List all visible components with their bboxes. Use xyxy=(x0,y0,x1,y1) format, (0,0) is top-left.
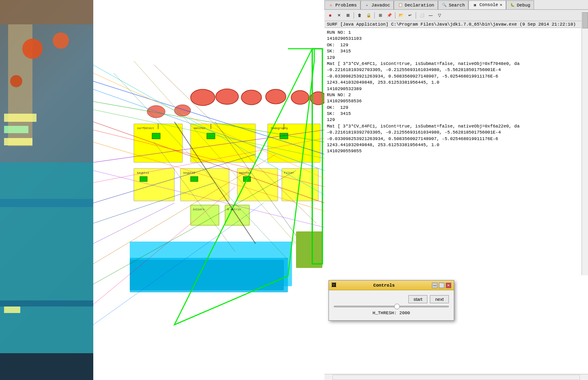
controls-action-buttons: start next xyxy=(334,295,449,303)
svg-rect-2 xyxy=(0,0,93,24)
view-menu-button[interactable]: ▽ xyxy=(436,11,444,19)
remove-all-button[interactable]: ⊠ xyxy=(344,11,352,19)
graph-svg: surfDetect matcher homography keypts1 ke… xyxy=(93,0,324,380)
clear-console-button[interactable]: 🗑 xyxy=(356,11,364,19)
pin-console-button[interactable]: 📌 xyxy=(385,11,393,19)
tab-debug-label: Debug xyxy=(517,3,530,8)
console-line: 1243.441032049848, 253.61253381956445, 1… xyxy=(327,80,586,86)
svg-point-36 xyxy=(241,90,262,105)
svg-rect-17 xyxy=(130,260,284,290)
tab-console[interactable]: ▣ Console ✕ xyxy=(468,0,506,9)
console-line: -0.22161819392703305, -0.212556931610349… xyxy=(327,67,586,73)
console-line: OK: 129 xyxy=(327,42,586,48)
scroll-thumb[interactable] xyxy=(582,12,588,28)
console-title: SURF [Java Application] C:\Program Files… xyxy=(327,22,576,27)
slider-row xyxy=(334,306,449,307)
svg-rect-29 xyxy=(207,133,215,139)
svg-rect-9 xyxy=(4,114,36,122)
console-line: SK: 3415 xyxy=(327,111,586,117)
console-line: 1410290558536 xyxy=(327,98,586,104)
next-button[interactable]: next xyxy=(430,295,449,303)
separator-2 xyxy=(374,12,375,19)
threshold-slider-thumb[interactable] xyxy=(394,304,400,309)
svg-rect-11 xyxy=(4,138,32,145)
maximize-button[interactable]: ⬜ xyxy=(418,11,426,19)
console-line: RUN NO: 2 xyxy=(327,92,586,98)
console-line: RUN NO: 1 xyxy=(327,30,586,36)
console-panel: SURF [Java Application] C:\Program Files… xyxy=(324,21,588,380)
tab-search-label: Search xyxy=(449,3,465,8)
console-icon: ▣ xyxy=(472,2,478,8)
console-close-icon[interactable]: ✕ xyxy=(500,2,502,7)
svg-rect-28 xyxy=(152,133,160,139)
debug-icon: 🐛 xyxy=(510,2,515,8)
minimize-button[interactable]: — xyxy=(427,11,435,19)
svg-rect-8 xyxy=(0,300,93,307)
console-line: 1410290531103 xyxy=(327,36,586,42)
svg-rect-10 xyxy=(4,126,28,133)
separator-1 xyxy=(354,12,354,19)
svg-text:matches: matches xyxy=(239,171,251,175)
new-console-button[interactable]: ⊞ xyxy=(376,11,384,19)
console-toolbar: ■ ✕ ⊠ 🗑 🔒 ⊞ 📌 📂 ↵ ⬜ — ▽ xyxy=(324,10,588,21)
svg-point-5 xyxy=(53,32,69,49)
controls-title: Controls xyxy=(373,283,395,288)
tab-javadoc-label: Javadoc xyxy=(371,3,390,8)
svg-point-38 xyxy=(291,91,309,104)
console-line: 129 xyxy=(327,55,586,61)
camera-overlay xyxy=(0,0,93,380)
separator-4 xyxy=(416,12,416,19)
console-content[interactable]: RUN NO: 11410290531103OK: 129SK: 3415129… xyxy=(324,28,588,374)
scroll-lock-button[interactable]: 🔒 xyxy=(365,11,373,19)
console-line: 1410290559855 xyxy=(327,148,586,154)
svg-point-40 xyxy=(147,106,165,118)
svg-point-37 xyxy=(266,89,286,104)
svg-rect-32 xyxy=(191,177,198,181)
svg-text:keypts1: keypts1 xyxy=(137,171,149,175)
svg-rect-18 xyxy=(296,231,322,268)
bottom-scrollbar[interactable] xyxy=(324,374,588,380)
tab-javadoc[interactable]: ☕ Javadoc xyxy=(361,0,394,9)
svg-rect-12 xyxy=(4,307,20,313)
threshold-slider-track[interactable] xyxy=(334,306,449,307)
right-scrollbar[interactable] xyxy=(582,11,588,275)
console-line: 1410290532389 xyxy=(327,86,586,92)
controls-window-icon: 🖼 xyxy=(331,282,336,288)
console-line: OK: 129 xyxy=(327,105,586,111)
right-panel: ⚠ Problems ☕ Javadoc 📋 Declaration 🔍 Sea… xyxy=(324,0,588,380)
svg-text:H matrix: H matrix xyxy=(227,208,241,211)
tab-bar: ⚠ Problems ☕ Javadoc 📋 Declaration 🔍 Sea… xyxy=(324,0,588,10)
svg-point-35 xyxy=(216,89,238,104)
minimize-window-button[interactable]: — xyxy=(432,283,438,288)
svg-point-6 xyxy=(10,75,22,87)
problems-icon: ⚠ xyxy=(328,2,334,8)
tab-problems-label: Problems xyxy=(335,3,357,8)
tab-problems[interactable]: ⚠ Problems xyxy=(324,0,361,9)
terminate-button[interactable]: ■ xyxy=(326,11,334,19)
left-panel: surfDetect matcher homography keypts1 ke… xyxy=(0,0,324,380)
graph-area: surfDetect matcher homography keypts1 ke… xyxy=(93,0,324,380)
controls-body: start next H_THRESH: 2000 xyxy=(329,290,454,320)
svg-point-34 xyxy=(191,89,215,106)
console-line: -0.22161819392703305, -0.212556931610349… xyxy=(327,130,586,136)
restore-window-button[interactable]: ⬜ xyxy=(439,283,444,288)
open-file-button[interactable]: 📂 xyxy=(397,11,405,19)
svg-point-4 xyxy=(22,39,43,59)
svg-rect-7 xyxy=(0,199,93,207)
tab-search[interactable]: 🔍 Search xyxy=(438,0,469,9)
console-line: 129 xyxy=(327,117,586,123)
svg-rect-1 xyxy=(0,162,93,380)
svg-text:surfDetect: surfDetect xyxy=(137,127,154,130)
close-window-button[interactable]: ✕ xyxy=(446,283,451,288)
remove-launch-button[interactable]: ✕ xyxy=(335,11,343,19)
tab-declaration[interactable]: 📋 Declaration xyxy=(394,0,438,9)
start-button[interactable]: start xyxy=(408,295,427,303)
svg-text:filter: filter xyxy=(284,171,294,175)
svg-point-41 xyxy=(174,105,191,116)
svg-text:homography: homography xyxy=(271,127,288,130)
tab-debug[interactable]: 🐛 Debug xyxy=(506,0,534,9)
svg-text:matcher: matcher xyxy=(194,127,206,130)
declaration-icon: 📋 xyxy=(397,2,403,8)
console-line: SK: 3415 xyxy=(327,48,586,54)
word-wrap-button[interactable]: ↵ xyxy=(406,11,414,19)
